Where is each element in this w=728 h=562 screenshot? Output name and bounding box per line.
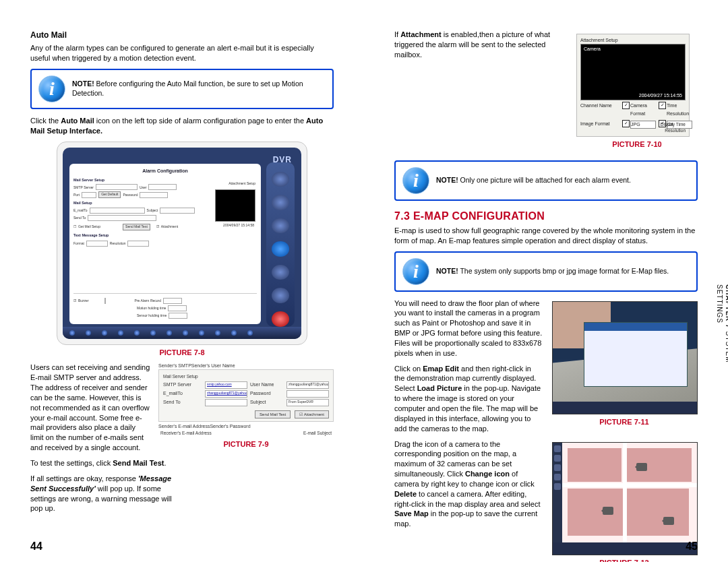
emap-intro: E-map is used to show full geographic ra… [394,226,698,246]
info-icon: i [402,167,429,194]
page-number-right: 45 [686,539,698,554]
note-text: NOTE! The system only supports bmp or jp… [436,267,669,276]
drag-camera-paragraph: Drag the icon of a camera to the corresp… [394,439,543,530]
figure-7-12 [552,442,698,555]
figure-7-12-caption: PICTURE 7-12 [551,558,698,563]
test-instruction-1: To test the settings, click Send Mail Te… [30,458,334,468]
page-44: Auto Mail Any of the alarm types can be … [0,0,364,562]
automail-heading: Auto Mail [30,30,334,40]
section-7-3-heading: 7.3 E-MAP CONFIGURATION [394,209,698,224]
attachment-paragraph: If Attachment is enabled,then a picture … [394,30,568,60]
camera-icon [636,463,647,471]
note-bmp-jpg: i NOTE! The system only supports bmp or … [394,251,698,292]
dvr-side-controls [266,162,295,327]
figure-7-10-caption: PICTURE 7-10 [576,139,698,150]
automail-intro: Any of the alarm types can be configured… [30,43,334,63]
page-45: If Attachment is enabled,then a picture … [364,0,728,562]
note-one-picture: i NOTE! Only one picture will be attache… [394,160,698,201]
figure-7-10: Attachment Setup Camera 2004/09/27 15:14… [576,34,690,137]
emap-edit-paragraph: Click on Emap Edit and then right-click … [394,364,543,434]
smtp-paragraph: Users can set receiving and sending E-ma… [30,363,150,453]
draw-floorplan-paragraph: You will need to draw the floor plan of … [394,299,543,358]
note-text: NOTE! Only one picture will be attached … [436,176,631,185]
figure-7-9-caption: PICTURE 7-9 [158,439,334,449]
chapter-side-tab: CHAPTER 7 SYSTEM SETTINGS [710,282,728,369]
page-number-left: 44 [30,539,42,554]
figure-7-8: DVR Alarm Configuration Mail Server Setu… [57,142,307,345]
automail-click-instruction: Click the Auto Mail icon on the left top… [30,116,334,136]
note-text: NOTE! Before configuring the Auto Mail f… [72,80,326,98]
note-motion-detection: i NOTE! Before configuring the Auto Mail… [30,69,334,109]
info-icon: i [38,75,65,102]
play-icon [272,241,289,257]
camera-icon [603,507,613,515]
record-icon [272,311,289,327]
test-instruction-2: If all settings are okay, response 'Mess… [30,474,179,513]
figure-7-11 [552,301,698,414]
attachment-preview [215,189,255,222]
figure-7-11-caption: PICTURE 7-11 [551,417,698,427]
info-icon: i [402,258,429,285]
figure-7-8-caption: PICTURE 7-8 [30,348,334,358]
camera-icon [663,517,674,525]
figure-7-9: Sender's SMTPSender's User Name Mail Ser… [158,363,334,437]
